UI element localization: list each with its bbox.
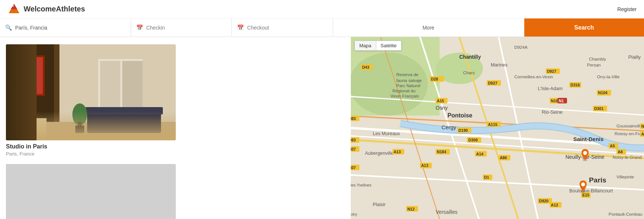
checkout-input[interactable]: [247, 25, 327, 31]
listing-card-2[interactable]: Marco's caverne Clichy, France: [6, 164, 176, 219]
svg-text:D307: D307: [351, 147, 356, 151]
svg-text:-eue-les-Yvelines: -eue-les-Yvelines: [351, 183, 371, 187]
search-bar: 🔍 📅 📅 More Search: [0, 18, 644, 37]
svg-text:D1: D1: [484, 175, 489, 179]
logo-text: WelcomeAthletes: [24, 5, 85, 13]
svg-rect-17: [78, 122, 82, 129]
svg-text:A13: A13: [394, 150, 401, 154]
svg-rect-19: [6, 164, 176, 219]
svg-text:A5: A5: [610, 144, 615, 148]
svg-text:D43: D43: [362, 65, 370, 69]
svg-text:A86: A86: [500, 155, 507, 160]
svg-text:A104: A104: [641, 132, 644, 136]
svg-text:Cergy: Cergy: [442, 124, 456, 130]
svg-text:A15: A15: [437, 99, 444, 103]
svg-text:D28: D28: [431, 77, 438, 81]
calendar-icon-2: 📅: [237, 24, 244, 31]
svg-text:Pontault-Combau: Pontault-Combau: [609, 212, 642, 216]
svg-text:D920: D920: [539, 199, 548, 203]
svg-text:Régional du: Régional du: [393, 88, 415, 93]
svg-text:Vexin Français: Vexin Français: [390, 93, 419, 98]
listing-card[interactable]: Studio in Paris Paris, France: [6, 44, 176, 157]
svg-point-133: [581, 182, 585, 187]
svg-text:Osny: Osny: [436, 105, 448, 111]
svg-rect-6: [6, 122, 176, 140]
svg-text:Saint-Denis: Saint-Denis: [573, 136, 604, 142]
svg-text:N12: N12: [407, 207, 415, 211]
listings-panel: Studio in Paris Paris, France Marco's ca…: [0, 37, 351, 219]
svg-text:Marines: Marines: [491, 62, 507, 68]
location-input[interactable]: [15, 25, 126, 31]
svg-text:Thoiry: Thoiry: [351, 212, 357, 216]
svg-text:Beta: Beta: [8, 4, 14, 7]
svg-rect-3: [6, 44, 176, 140]
svg-rect-15: [11, 114, 19, 140]
svg-text:N2: N2: [641, 124, 644, 129]
svg-text:Noisy-le-Grand: Noisy-le-Grand: [613, 155, 642, 160]
svg-text:D307: D307: [351, 165, 356, 170]
svg-rect-18: [75, 126, 84, 133]
svg-text:E15: E15: [582, 193, 589, 197]
header: Beta WelcomeAthletes Register: [0, 0, 644, 18]
svg-rect-5: [54, 44, 59, 140]
svg-text:D983: D983: [351, 138, 356, 142]
map-area: Mapa Satélite: [351, 37, 644, 219]
map-tab-satellite[interactable]: Satélite: [376, 41, 401, 50]
map-svg: Reserva de fauna salvaje Parc Naturel Ré…: [351, 37, 644, 219]
svg-text:Reserva de: Reserva de: [396, 72, 418, 77]
svg-point-16: [72, 103, 87, 126]
svg-text:Villepinte: Villepinte: [617, 174, 634, 179]
listing-location-1: Paris, France: [6, 151, 176, 157]
svg-text:L'Isle-Adam: L'Isle-Adam: [538, 86, 563, 91]
svg-text:D301: D301: [594, 106, 603, 111]
main-content: Studio in Paris Paris, France Marco's ca…: [0, 37, 644, 219]
svg-text:A13: A13: [421, 163, 428, 168]
register-link[interactable]: Register: [617, 6, 637, 12]
svg-text:Goussainville: Goussainville: [617, 123, 643, 128]
location-field[interactable]: 🔍: [0, 18, 131, 37]
svg-text:A115: A115: [488, 122, 497, 127]
svg-text:Cormeilles-en-Vexin: Cormeilles-en-Vexin: [514, 74, 553, 79]
svg-rect-14: [17, 118, 47, 140]
checkout-field[interactable]: 📅: [232, 18, 333, 37]
listing-title-1: Studio in Paris: [6, 143, 176, 150]
logo-icon: Beta: [7, 3, 21, 16]
svg-rect-8: [13, 57, 43, 94]
checkin-input[interactable]: [146, 25, 226, 31]
svg-text:D924A: D924A: [514, 45, 528, 49]
svg-text:Les Mureaux: Les Mureaux: [373, 131, 400, 136]
svg-text:D316: D316: [571, 83, 580, 87]
svg-text:N184: N184: [437, 150, 446, 154]
svg-text:Rio-Seine: Rio-Seine: [542, 109, 562, 115]
svg-text:N104: N104: [598, 90, 607, 95]
svg-rect-11: [122, 61, 143, 118]
svg-text:Chambly: Chambly: [589, 57, 606, 61]
marco-image-svg: [6, 164, 176, 219]
map-controls: Mapa Satélite: [354, 41, 401, 51]
listing-image-marco: [6, 164, 176, 219]
search-button[interactable]: Search: [524, 18, 644, 37]
logo-area: Beta WelcomeAthletes: [7, 3, 85, 16]
svg-text:Boulogne-Billancourt: Boulogne-Billancourt: [569, 188, 613, 194]
svg-text:D927: D927: [488, 81, 497, 85]
svg-point-131: [583, 151, 587, 155]
svg-text:Chars: Chars: [463, 70, 475, 75]
checkin-field[interactable]: 📅: [131, 18, 232, 37]
svg-rect-4: [6, 44, 54, 140]
svg-text:Orry-la-Ville: Orry-la-Ville: [597, 74, 620, 79]
svg-text:Persan: Persan: [587, 62, 601, 67]
map-tab-mapa[interactable]: Mapa: [355, 41, 376, 50]
svg-text:Paris: Paris: [589, 176, 606, 184]
svg-text:Pontoise: Pontoise: [448, 112, 473, 119]
svg-text:D927: D927: [547, 69, 556, 73]
svg-text:A14: A14: [476, 152, 484, 156]
search-icon: 🔍: [5, 24, 12, 31]
svg-rect-13: [85, 107, 163, 114]
svg-text:A8: A8: [618, 150, 623, 154]
svg-text:D308: D308: [468, 138, 477, 142]
svg-text:Plaisir: Plaisir: [373, 202, 386, 207]
svg-text:Parc Naturel: Parc Naturel: [396, 83, 420, 88]
svg-text:Aubergenville: Aubergenville: [365, 150, 393, 156]
more-field[interactable]: More: [333, 18, 524, 37]
svg-text:fauna salvaje: fauna salvaje: [396, 78, 422, 83]
